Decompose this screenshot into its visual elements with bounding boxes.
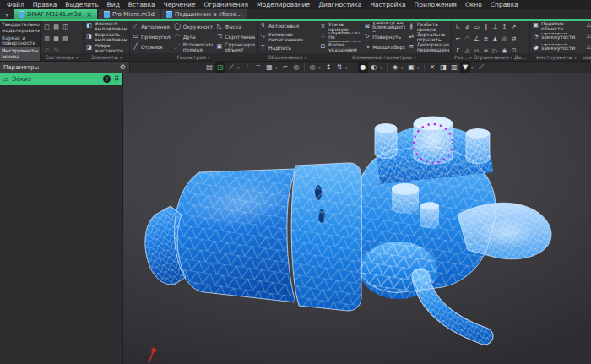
ribbon-button[interactable]: ◨Вырезать выдавливанием bbox=[85, 33, 127, 41]
ribbon-icon[interactable]: Γ bbox=[453, 46, 463, 53]
ribbon-button[interactable]: ◹Скругление bbox=[215, 32, 255, 42]
pen-icon[interactable]: ⟋ bbox=[476, 62, 486, 73]
snap-icon[interactable]: ∴ bbox=[242, 62, 252, 73]
ribbon-icon[interactable]: ⌐ bbox=[453, 34, 463, 43]
zoom-icon[interactable]: ◎ bbox=[307, 62, 317, 73]
ribbon-icon[interactable]: ▢ bbox=[42, 22, 52, 31]
display-mode-icon[interactable]: ◐ bbox=[369, 62, 379, 73]
menu-item-5[interactable]: Черчение bbox=[160, 0, 200, 9]
ribbon-button[interactable]: ◕Проверка замкнутости о... bbox=[532, 44, 581, 52]
mode-tab-1[interactable]: Каркас и поверхности bbox=[0, 35, 40, 48]
sketch-command-row[interactable]: ▱ Эскиз ? ⠿ bbox=[0, 73, 122, 85]
chevron-down-icon[interactable]: ▾ bbox=[275, 65, 279, 70]
mode-tab-2[interactable]: Инструменты эскиза bbox=[0, 47, 40, 61]
ribbon-icon[interactable]: ◉ bbox=[500, 46, 509, 53]
search-icon[interactable]: ◎ bbox=[291, 62, 301, 73]
ribbon-button[interactable]: ⚠Провер. размер... bbox=[585, 44, 591, 52]
ribbon-button[interactable]: ◯Окружность bbox=[174, 22, 214, 32]
menu-item-3[interactable]: Вид bbox=[103, 0, 124, 9]
ribbon-icon[interactable]: ▷ bbox=[491, 46, 500, 53]
ribbon-icon[interactable]: ▤ bbox=[52, 22, 61, 31]
sheet-icon[interactable]: ▥ bbox=[449, 62, 459, 73]
ribbon-icon[interactable]: ▭ bbox=[472, 22, 481, 31]
ribbon-button[interactable]: ⋰Вспомогатель... прямая bbox=[174, 42, 214, 52]
tab-list-dropdown-icon[interactable]: ▾ bbox=[0, 9, 14, 19]
tree-structure-icon[interactable]: ⠿ bbox=[114, 75, 119, 83]
eraser-icon[interactable]: ⟋ bbox=[226, 62, 236, 73]
ribbon-group-label[interactable]: Проверка док...▾ bbox=[583, 53, 591, 61]
cut-icon[interactable]: × bbox=[427, 62, 437, 73]
ribbon-button[interactable]: ≋Деформация перемещением bbox=[408, 42, 449, 52]
ribbon-button[interactable]: ⚠Провер. налож... bbox=[585, 22, 591, 30]
pan-icon[interactable]: ↥ bbox=[323, 62, 333, 73]
menu-item-9[interactable]: Настройка bbox=[366, 0, 409, 9]
ribbon-group-label[interactable]: Геометрия▾ bbox=[130, 53, 257, 61]
ribbon-group-label[interactable]: Обозначения▾ bbox=[258, 53, 317, 61]
ribbon-icon[interactable]: ⊥ bbox=[491, 22, 500, 31]
ribbon-icon[interactable]: ≡ bbox=[481, 34, 491, 43]
gear-icon[interactable]: ⚙ bbox=[120, 63, 126, 71]
ribbon-button[interactable]: ∷Переместить по координатам bbox=[319, 32, 361, 42]
ribbon-button[interactable]: ▭Прямоугольник bbox=[132, 32, 171, 42]
ribbon-icon[interactable]: ▧ bbox=[61, 34, 70, 43]
ribbon-icon[interactable]: ∠ bbox=[472, 34, 481, 43]
model-mesh[interactable] bbox=[123, 73, 591, 364]
ribbon-button[interactable]: ×Усечь кривую bbox=[319, 22, 361, 32]
ribbon-button[interactable]: ◔Проверка замкнутости д... bbox=[532, 33, 581, 41]
filter-icon[interactable]: ▼ bbox=[460, 62, 470, 73]
constraints-display-icon[interactable]: ∷ bbox=[253, 62, 263, 73]
ribbon-icon[interactable]: ◎ bbox=[500, 34, 509, 43]
rotate-icon[interactable]: ⇅ bbox=[334, 62, 344, 73]
chevron-down-icon[interactable]: ▾ bbox=[345, 65, 350, 70]
ribbon-button[interactable]: TНадпись bbox=[259, 44, 315, 52]
ribbon-icon[interactable]: ▲ bbox=[491, 34, 500, 43]
chevron-down-icon[interactable]: ▾ bbox=[471, 65, 475, 70]
coordinate-system-icon[interactable]: ◳ bbox=[215, 62, 225, 73]
ribbon-icon[interactable]: ↗ bbox=[509, 22, 518, 31]
ribbon-button[interactable]: ∿Условное пересечение bbox=[259, 33, 315, 41]
ribbon-button[interactable]: ∦Разбить кривую bbox=[408, 22, 449, 32]
ribbon-button[interactable]: ◺Фаска bbox=[215, 22, 255, 32]
ribbon-group-label[interactable]: Инструменты▾ bbox=[530, 53, 583, 61]
grid-icon[interactable]: ▦ bbox=[264, 62, 274, 73]
menu-item-0[interactable]: Файл bbox=[3, 0, 29, 9]
appearance-icon[interactable]: ◈ bbox=[390, 62, 400, 73]
viewport-3d[interactable] bbox=[123, 73, 591, 364]
menu-item-4[interactable]: Вставка bbox=[124, 0, 160, 9]
document-tab-0[interactable]: DMAF M3241.m3d× bbox=[14, 9, 97, 19]
ribbon-icon[interactable]: = bbox=[481, 46, 491, 53]
chevron-down-icon[interactable]: ▾ bbox=[401, 65, 405, 70]
ribbon-button[interactable]: ⊠Удалить до ближайшего о... bbox=[363, 22, 404, 32]
close-icon[interactable]: × bbox=[86, 11, 92, 19]
ribbon-button[interactable]: ◪Ребро жесткости bbox=[85, 44, 127, 52]
ribbon-button[interactable]: ▣Подобие объекта bbox=[532, 22, 581, 30]
orientation-ball-icon[interactable]: ● bbox=[358, 62, 368, 73]
ribbon-button[interactable]: ▣Спроецировать объект bbox=[215, 42, 255, 52]
ribbon-button[interactable]: ╱Отрезок bbox=[132, 42, 171, 52]
menu-item-7[interactable]: Моделирование bbox=[252, 0, 314, 9]
document-tab-1[interactable]: Pro Micro.m3d bbox=[99, 9, 160, 19]
ribbon-group-label[interactable]: Системная▾ bbox=[41, 53, 83, 61]
ribbon-icon[interactable]: △ bbox=[463, 46, 472, 53]
menu-item-2[interactable]: Выделить bbox=[61, 0, 102, 9]
ortho-icon[interactable]: ⌐ bbox=[280, 62, 290, 73]
ribbon-icon[interactable]: ◫ bbox=[61, 22, 70, 31]
mode-tab-0[interactable]: Твердотельное моделирование bbox=[0, 21, 40, 35]
ribbon-button[interactable]: ⊞Копия указанием bbox=[319, 42, 361, 52]
ribbon-button[interactable]: ⇄Зеркально отразить bbox=[408, 32, 449, 42]
ribbon-group-label[interactable]: Изменение геометрии▾ bbox=[317, 53, 451, 61]
chevron-down-icon[interactable]: ▾ bbox=[417, 65, 421, 70]
layers-icon[interactable]: ▤ bbox=[204, 62, 214, 73]
ribbon-button[interactable]: ◠Дуга bbox=[174, 32, 214, 42]
help-icon[interactable]: ? bbox=[103, 75, 111, 83]
ribbon-icon[interactable]: ◠ bbox=[463, 34, 472, 43]
ribbon-icon[interactable]: ▥ bbox=[42, 34, 52, 43]
ribbon-icon[interactable]: ∪ bbox=[472, 46, 481, 53]
ribbon-button[interactable]: ⚠Провер. связей о... bbox=[585, 33, 591, 41]
ribbon-icon[interactable]: ⇄ bbox=[509, 34, 518, 43]
ribbon-group-label[interactable]: Элементы▾ bbox=[84, 53, 129, 61]
ribbon-icon[interactable]: ↥ bbox=[500, 22, 509, 31]
ribbon-icon[interactable]: ⌀ bbox=[463, 22, 472, 31]
ribbon-button[interactable]: ⟋Автолиния bbox=[132, 22, 171, 32]
ribbon-button[interactable]: ◧Элемент выдавливания bbox=[85, 22, 127, 30]
